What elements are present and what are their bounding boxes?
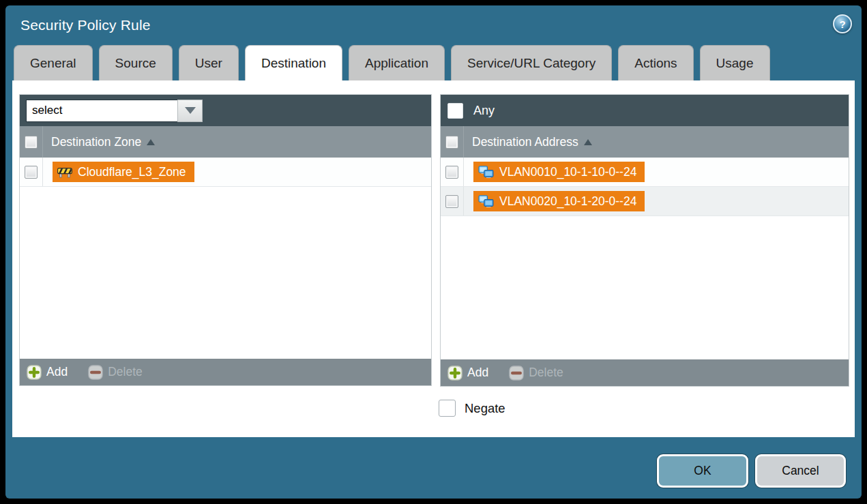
zone-row-checkbox-cell — [20, 158, 43, 186]
address-column-sort-header[interactable]: Destination Address — [472, 135, 592, 149]
security-policy-rule-dialog: Security Policy Rule ? General Source Us… — [5, 5, 862, 499]
zone-delete-label: Delete — [108, 365, 143, 379]
help-icon[interactable]: ? — [833, 14, 852, 33]
zone-add-button[interactable]: Add — [27, 365, 68, 380]
address-list: VLAN0010_10-1-10-0--24 — [441, 158, 849, 359]
zone-value-chip[interactable]: Cloudflare_L3_Zone — [53, 162, 194, 182]
address-add-button[interactable]: Add — [447, 366, 488, 381]
zone-delete-button[interactable]: Delete — [88, 365, 143, 380]
tab-usage[interactable]: Usage — [700, 45, 770, 80]
zone-column-sort-header[interactable]: Destination Zone — [51, 135, 155, 149]
negate-label: Negate — [465, 401, 505, 416]
address-row-checkbox-cell — [441, 187, 464, 216]
add-icon — [27, 365, 42, 380]
zone-row-checkbox[interactable] — [25, 166, 38, 179]
zone-header-checkbox-cell — [20, 126, 43, 158]
dialog-titlebar: Security Policy Rule — [5, 5, 862, 45]
address-value-chip[interactable]: VLAN0020_10-1-20-0--24 — [473, 191, 645, 211]
address-row-checkbox[interactable] — [445, 195, 458, 208]
tab-application[interactable]: Application — [349, 45, 445, 80]
negate-row: Negate — [439, 400, 505, 417]
zone-select-input[interactable] — [26, 100, 177, 122]
cancel-button[interactable]: Cancel — [755, 454, 846, 488]
negate-checkbox[interactable] — [439, 400, 456, 417]
zone-column-header: Destination Zone — [20, 126, 431, 158]
address-value-label: VLAN0010_10-1-10-0--24 — [499, 165, 636, 179]
tab-user[interactable]: User — [179, 45, 239, 80]
tab-general[interactable]: General — [14, 45, 93, 80]
delete-icon — [509, 366, 524, 381]
zone-list-item: Cloudflare_L3_Zone — [20, 158, 431, 187]
tab-destination[interactable]: Destination — [245, 45, 342, 80]
address-row-checkbox-cell — [441, 158, 464, 186]
zone-icon — [57, 166, 72, 178]
address-value-chip[interactable]: VLAN0010_10-1-10-0--24 — [473, 162, 645, 182]
delete-icon — [88, 365, 103, 380]
tab-actions[interactable]: Actions — [618, 45, 693, 80]
address-delete-button[interactable]: Delete — [509, 366, 563, 381]
address-delete-label: Delete — [529, 366, 563, 380]
destination-address-panel: Any Destination Address — [440, 94, 849, 387]
dialog-title: Security Policy Rule — [20, 17, 151, 33]
address-icon — [478, 195, 494, 208]
chevron-down-icon — [185, 107, 196, 114]
address-column-label: Destination Address — [472, 135, 578, 149]
zone-select-dropdown-button[interactable] — [177, 100, 203, 122]
tab-bar: General Source User Destination Applicat… — [14, 45, 770, 80]
address-panel-footer: Add Delete — [441, 359, 849, 386]
zone-select-toolbar — [20, 95, 431, 126]
any-checkbox[interactable] — [447, 103, 463, 119]
destination-zone-panel: Destination Zone — [19, 94, 432, 386]
ok-button[interactable]: OK — [657, 454, 748, 488]
address-header-checkbox-cell — [441, 126, 464, 158]
address-select-all-checkbox[interactable] — [445, 136, 458, 149]
zone-select-all-checkbox[interactable] — [25, 136, 38, 149]
zone-panel-footer: Add Delete — [20, 359, 431, 385]
address-add-label: Add — [467, 366, 488, 380]
tab-service-url-category[interactable]: Service/URL Category — [451, 45, 612, 80]
sort-ascending-icon — [584, 139, 592, 145]
zone-value-label: Cloudflare_L3_Zone — [78, 165, 186, 179]
destination-tab-content: Destination Zone — [12, 80, 855, 437]
zone-select — [26, 100, 203, 122]
address-column-header: Destination Address — [441, 126, 849, 158]
tab-source[interactable]: Source — [99, 45, 173, 80]
address-icon — [478, 166, 494, 179]
zone-add-label: Add — [46, 365, 68, 379]
add-icon — [447, 366, 462, 381]
any-bar: Any — [441, 95, 849, 126]
any-label: Any — [473, 104, 495, 118]
address-row-checkbox[interactable] — [445, 166, 458, 179]
address-list-item: VLAN0020_10-1-20-0--24 — [441, 187, 849, 216]
sort-ascending-icon — [147, 139, 155, 145]
address-value-label: VLAN0020_10-1-20-0--24 — [499, 194, 636, 209]
zone-column-label: Destination Zone — [51, 135, 141, 149]
address-list-item: VLAN0010_10-1-10-0--24 — [441, 158, 849, 187]
zone-list: Cloudflare_L3_Zone — [20, 158, 431, 359]
